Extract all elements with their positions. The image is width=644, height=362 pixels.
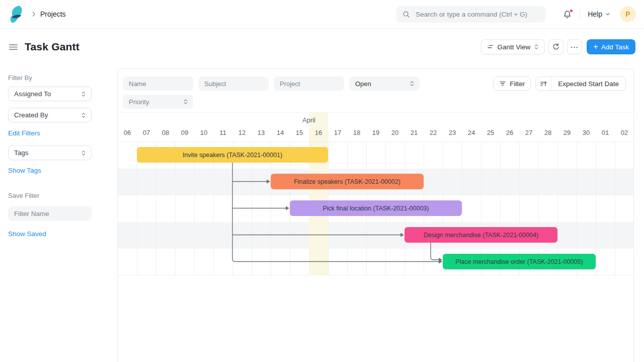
status-value: Open [355, 80, 371, 88]
created-by-value: Created By [14, 111, 48, 119]
list-filter-area: Open Priority Filter [118, 69, 633, 112]
filter-icon [499, 81, 506, 87]
app-logo-icon[interactable] [8, 5, 25, 24]
show-saved-link[interactable]: Show Saved [8, 230, 46, 238]
breadcrumb-chevron-icon [30, 11, 37, 18]
assigned-to-value: Assigned To [14, 90, 51, 98]
show-tags-link[interactable]: Show Tags [8, 167, 41, 174]
tags-value: Tags [14, 149, 29, 157]
tags-select[interactable]: Tags [8, 146, 92, 160]
gantt-task-bar[interactable]: Design merchandise (TASK-2021-00004) [405, 227, 557, 243]
day-label: 10 [194, 128, 213, 141]
day-label: 07 [137, 128, 156, 141]
day-label: 20 [385, 128, 405, 141]
day-label: 13 [252, 128, 271, 141]
breadcrumb[interactable]: Projects [40, 10, 66, 18]
day-label: 02 [615, 128, 634, 141]
gantt-chart: April 0607080910111213141516171819202122… [118, 113, 634, 275]
gantt-task-bar[interactable]: Invite speakers (TASK-2021-00001) [137, 147, 328, 163]
sort-ascending-icon [540, 81, 547, 87]
unfold-icon [534, 43, 539, 50]
filter-button[interactable]: Filter [493, 77, 531, 91]
plus-icon: + [593, 43, 598, 51]
day-label: 08 [156, 128, 175, 141]
notification-dot [570, 9, 573, 13]
priority-placeholder: Priority [129, 98, 149, 106]
day-label: 16 [309, 128, 328, 141]
day-label: 19 [366, 128, 385, 141]
gantt-header: April 0607080910111213141516171819202122… [118, 113, 634, 142]
day-label: 15 [290, 128, 309, 141]
add-task-button[interactable]: + Add Task [587, 39, 635, 54]
day-label: 21 [405, 128, 424, 141]
user-avatar[interactable]: P [620, 6, 636, 22]
top-navbar: Projects Help P [0, 0, 644, 29]
day-label: 17 [328, 128, 347, 141]
gantt-card: Open Priority Filter [117, 68, 634, 362]
notification-bell-button[interactable] [562, 10, 572, 19]
day-label: 22 [424, 128, 443, 141]
ellipsis-icon: ··· [571, 43, 579, 51]
sort-field-button[interactable]: Expected Start Date [551, 77, 625, 90]
day-label: 30 [577, 128, 596, 141]
unfold-icon [81, 91, 86, 98]
name-filter-input[interactable] [123, 77, 193, 91]
day-label: 06 [118, 128, 137, 141]
priority-select[interactable]: Priority [123, 95, 193, 109]
subject-filter-input[interactable] [198, 77, 269, 91]
page-title: Task Gantt [25, 41, 79, 53]
save-filter-label: Save Filter [8, 192, 109, 199]
unfold-icon [81, 150, 86, 157]
status-select[interactable]: Open [349, 77, 420, 91]
edit-filters-link[interactable]: Edit Filters [8, 129, 40, 137]
assigned-to-select[interactable]: Assigned To [8, 87, 92, 101]
filter-by-label: Filter By [8, 74, 109, 82]
gantt-day-header: 0607080910111213141516171819202122232425… [118, 128, 634, 142]
gantt-task-bar[interactable]: Finalize speakers (TASK-2021-00002) [271, 174, 424, 189]
filter-name-input[interactable] [8, 206, 92, 221]
page-header: Task Gantt Gantt View ··· + Add Task [0, 29, 644, 65]
day-label: 28 [538, 128, 557, 141]
chevron-down-icon [605, 11, 611, 17]
more-options-button[interactable]: ··· [567, 39, 582, 54]
day-label: 01 [596, 128, 615, 141]
sort-control: Expected Start Date [535, 77, 626, 91]
view-switcher-button[interactable]: Gantt View [481, 39, 545, 54]
month-label: April [294, 116, 324, 124]
gantt-rows: Invite speakers (TASK-2021-00001)Finaliz… [118, 142, 634, 275]
created-by-select[interactable]: Created By [8, 108, 92, 122]
unfold-icon [183, 98, 188, 105]
filter-button-label: Filter [510, 80, 525, 88]
refresh-icon [552, 43, 560, 51]
day-label: 25 [481, 128, 500, 141]
help-menu[interactable]: Help [588, 10, 611, 18]
gantt-task-bar[interactable]: Pick final location (TASK-2021-00003) [290, 200, 462, 216]
unfold-icon [410, 80, 415, 87]
unfold-icon [81, 112, 86, 119]
day-label: 23 [443, 128, 462, 141]
gantt-task-bar[interactable]: Place merchandise order (TASK-2021-00005… [443, 254, 596, 269]
search-icon [403, 11, 410, 18]
sidebar-toggle-button[interactable] [9, 43, 18, 51]
gantt-view-icon [487, 44, 494, 50]
search-input[interactable] [415, 10, 539, 19]
navbar-divider [580, 9, 580, 20]
filter-sidebar: Filter By Assigned To Created By Edit Fi… [0, 65, 117, 238]
day-label: 24 [462, 128, 481, 141]
refresh-button[interactable] [548, 39, 564, 54]
day-label: 11 [213, 128, 232, 141]
day-label: 29 [557, 128, 577, 141]
add-task-label: Add Task [601, 43, 629, 51]
day-label: 27 [519, 128, 538, 141]
help-label: Help [588, 10, 602, 18]
view-switcher-label: Gantt View [498, 43, 531, 51]
day-label: 18 [347, 128, 366, 141]
sort-direction-button[interactable] [536, 77, 551, 90]
day-label: 26 [500, 128, 519, 141]
day-label: 12 [232, 128, 252, 141]
global-search[interactable] [396, 6, 545, 23]
project-filter-input[interactable] [274, 77, 344, 91]
menu-icon [9, 43, 18, 51]
day-label: 09 [175, 128, 194, 141]
day-label: 14 [271, 128, 290, 141]
